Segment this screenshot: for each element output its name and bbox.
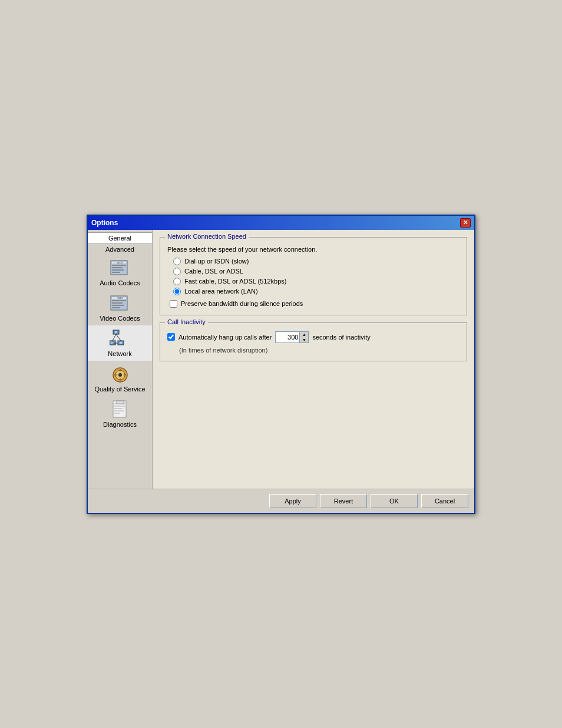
radio-cable[interactable] <box>173 268 181 275</box>
radio-dialup-label: Dial-up or ISDN (slow) <box>184 258 249 265</box>
apply-button[interactable]: Apply <box>269 494 316 508</box>
svg-rect-34 <box>114 410 124 411</box>
cancel-button[interactable]: Cancel <box>421 494 468 508</box>
sidebar-label-diagnostics: Diagnostics <box>103 421 137 428</box>
radio-fast-cable-label: Fast cable, DSL or ADSL (512kbps) <box>184 278 286 285</box>
radio-dialup[interactable] <box>173 258 181 265</box>
preserve-bandwidth-label: Preserve bandwidth during silence period… <box>181 300 303 307</box>
sidebar-item-quality-of-service[interactable]: Quality of Service <box>88 361 152 396</box>
sidebar-item-diagnostics[interactable]: Diagnostics <box>88 396 152 431</box>
spinner-down-button[interactable]: ▼ <box>300 337 308 342</box>
audio-codecs-icon: AUDIO <box>110 258 131 279</box>
preserve-bandwidth-option: Preserve bandwidth during silence period… <box>167 300 459 308</box>
radio-fast-cable[interactable] <box>173 278 181 285</box>
dialog-title: Options <box>91 219 118 227</box>
call-inactivity-legend: Call Inactivity <box>165 318 208 325</box>
sidebar-label-audio-codecs: Audio Codecs <box>100 279 140 286</box>
svg-rect-35 <box>114 413 120 414</box>
svg-rect-19 <box>120 342 122 344</box>
radio-cable-label: Cable, DSL or ADSL <box>184 268 243 275</box>
svg-rect-10 <box>112 302 123 304</box>
svg-line-21 <box>116 334 121 341</box>
preserve-bandwidth-checkbox[interactable] <box>170 300 177 308</box>
svg-rect-33 <box>114 408 123 409</box>
ok-button[interactable]: OK <box>371 494 418 508</box>
svg-rect-11 <box>112 305 124 306</box>
svg-rect-32 <box>114 406 125 407</box>
sidebar-label-quality-of-service: Quality of Service <box>94 386 145 393</box>
call-inactivity-group: Call Inactivity Automatically hang up ca… <box>160 322 467 361</box>
inactivity-note: (In times of network disruption) <box>167 347 459 354</box>
dialog-body: General Advanced AUDIO Audio Codecs <box>88 230 474 513</box>
call-inactivity-content: Automatically hang up calls after 300 ▲ … <box>167 331 459 354</box>
inactivity-row: Automatically hang up calls after 300 ▲ … <box>167 331 459 343</box>
sidebar-btn-general[interactable]: General <box>88 232 152 244</box>
sidebar-label-video-codecs: Video Codecs <box>100 315 140 322</box>
seconds-of-inactivity-label: seconds of inactivity <box>312 334 370 341</box>
radio-lan[interactable] <box>173 288 181 295</box>
svg-text:AUDIO: AUDIO <box>117 262 123 264</box>
network-speed-legend: Network Connection Speed <box>165 233 249 240</box>
sidebar-item-network[interactable]: Network <box>88 325 152 361</box>
diagnostics-icon <box>110 400 131 421</box>
radio-option-dialup: Dial-up or ISDN (slow) <box>167 258 459 265</box>
sidebar-item-video-codecs[interactable]: VIDEO Video Codecs <box>88 290 152 325</box>
seconds-input[interactable]: 300 <box>276 332 299 342</box>
button-row: Apply Revert OK Cancel <box>88 489 474 513</box>
radio-option-cable: Cable, DSL or ADSL <box>167 268 459 275</box>
svg-rect-15 <box>115 331 117 333</box>
title-bar: Options ✕ <box>88 216 474 230</box>
network-speed-description: Please select the speed of your network … <box>167 246 459 253</box>
network-icon <box>110 329 131 350</box>
svg-rect-12 <box>112 307 120 308</box>
video-codecs-icon: VIDEO <box>110 294 131 315</box>
sidebar-item-audio-codecs[interactable]: AUDIO Audio Codecs <box>88 255 152 290</box>
auto-hangup-checkbox[interactable] <box>167 333 175 341</box>
svg-rect-5 <box>112 272 120 273</box>
auto-hangup-label: Automatically hang up calls after <box>178 334 272 341</box>
radio-option-lan: Local area network (LAN) <box>167 288 459 295</box>
spinner-buttons: ▲ ▼ <box>299 332 308 342</box>
revert-button[interactable]: Revert <box>320 494 367 508</box>
svg-rect-3 <box>112 267 123 268</box>
main-area: General Advanced AUDIO Audio Codecs <box>88 230 474 489</box>
radio-option-fast-cable: Fast cable, DSL or ADSL (512kbps) <box>167 278 459 285</box>
sidebar-btn-advanced[interactable]: Advanced <box>88 244 152 255</box>
options-dialog: Options ✕ General Advanced AUDIO <box>87 215 475 514</box>
svg-line-20 <box>113 334 116 341</box>
close-button[interactable]: ✕ <box>460 218 471 228</box>
sidebar: General Advanced AUDIO Audio Codecs <box>88 230 153 489</box>
svg-rect-36 <box>117 401 124 404</box>
svg-rect-2 <box>112 265 126 266</box>
content-area: Network Connection Speed Please select t… <box>153 230 474 489</box>
quality-of-service-icon <box>110 364 131 386</box>
network-connection-speed-group: Network Connection Speed Please select t… <box>160 237 467 315</box>
svg-text:VIDEO: VIDEO <box>117 297 123 299</box>
spinner-up-button[interactable]: ▲ <box>300 332 308 337</box>
seconds-spinner: 300 ▲ ▼ <box>275 331 309 343</box>
network-speed-content: Please select the speed of your network … <box>167 246 459 308</box>
radio-lan-label: Local area network (LAN) <box>184 288 258 295</box>
sidebar-label-network: Network <box>108 350 131 357</box>
svg-rect-4 <box>112 269 124 271</box>
svg-rect-9 <box>112 300 126 301</box>
svg-point-29 <box>118 373 122 377</box>
